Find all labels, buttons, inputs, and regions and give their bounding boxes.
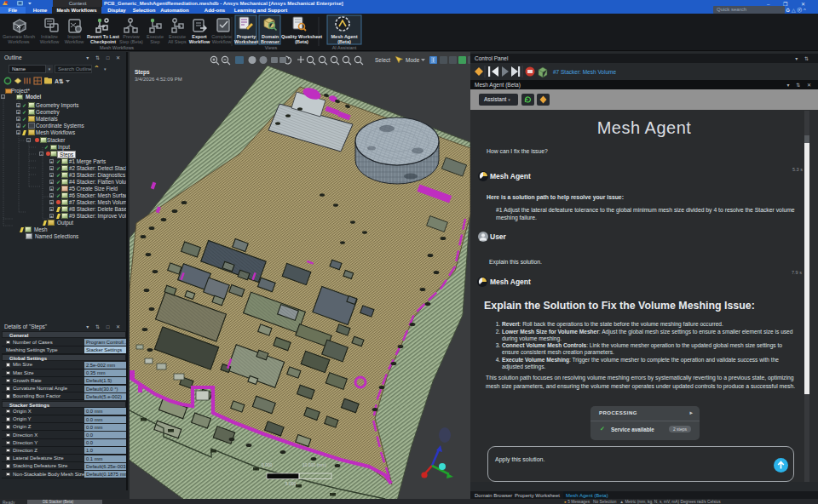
svg-text:5.000: 5.000 — [285, 481, 297, 486]
svg-text:0.000: 0.000 — [262, 462, 273, 467]
svg-text:Mode: Mode — [406, 57, 420, 63]
svg-text:10.000 (mm): 10.000 (mm) — [302, 462, 327, 467]
svg-text:A⇅: A⇅ — [55, 78, 64, 84]
svg-text:Select: Select — [375, 57, 390, 63]
svg-text:#7 Stacker: Mesh Volume: #7 Stacker: Mesh Volume — [553, 69, 616, 75]
